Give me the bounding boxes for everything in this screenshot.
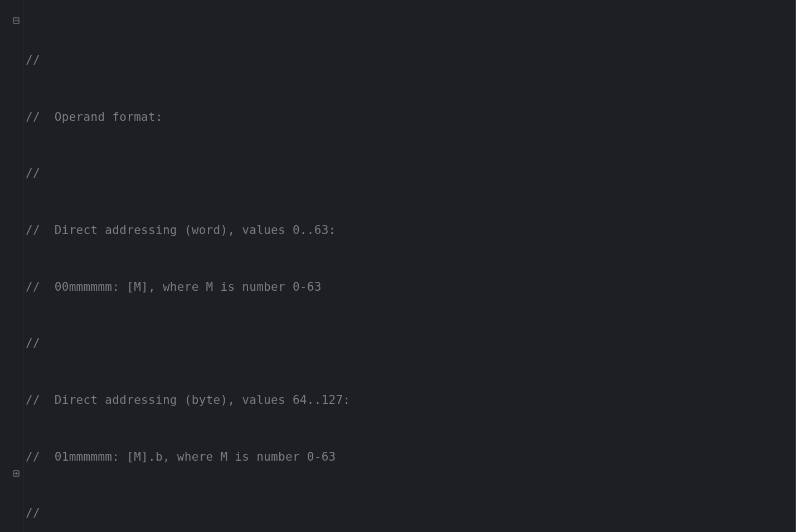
code-line: // [26, 51, 796, 70]
code-line: // 00mmmmmm: [M], where M is number 0-63 [26, 278, 796, 297]
fold-open-icon[interactable] [12, 17, 20, 25]
code-line: // [26, 504, 796, 523]
code-line: // Direct addressing (byte), values 64..… [26, 391, 796, 410]
fold-close-icon[interactable] [12, 470, 20, 477]
code-content[interactable]: // // Operand format: // // Direct addre… [23, 0, 796, 532]
code-line: // Operand format: [26, 108, 796, 127]
code-line: // Direct addressing (word), values 0..6… [26, 221, 796, 240]
code-line: // [26, 164, 796, 183]
code-line: // [26, 334, 796, 353]
editor-gutter [0, 0, 23, 532]
code-editor[interactable]: // // Operand format: // // Direct addre… [0, 0, 796, 532]
code-line: // 01mmmmmm: [M].b, where M is number 0-… [26, 448, 796, 467]
